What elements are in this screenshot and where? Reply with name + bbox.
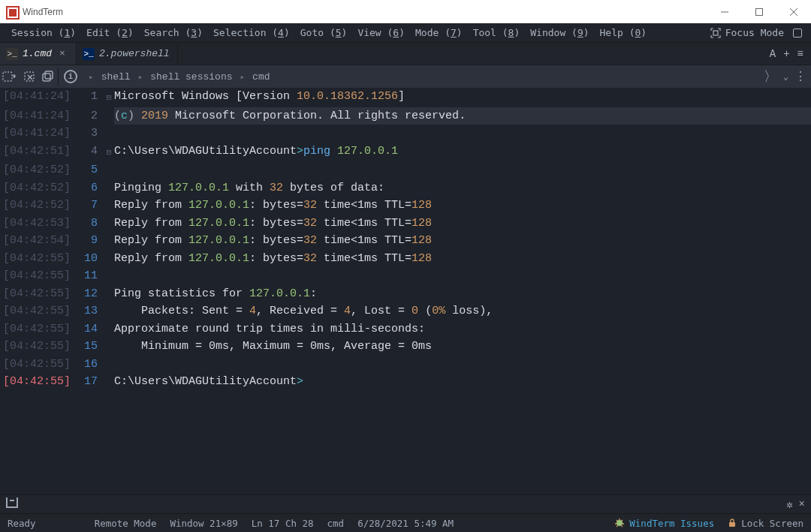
fold-gutter[interactable] <box>104 320 114 322</box>
app-logo-icon <box>6 6 18 18</box>
timestamp: [04:42:55] <box>0 356 74 374</box>
tab-powershell[interactable]: >_ 2.powershell <box>77 43 178 65</box>
timestamp: [04:42:55] <box>0 302 74 320</box>
svg-rect-0 <box>756 8 763 15</box>
timestamp: [04:42:54] <box>0 232 74 250</box>
tab-cmd[interactable]: >_ 1.cmd × <box>0 43 77 65</box>
line-number: 3 <box>74 125 104 143</box>
line-number: 7 <box>74 197 104 215</box>
menu-item[interactable]: Window (9) <box>525 27 594 38</box>
timestamp: [04:42:55] <box>0 267 74 285</box>
window-close-button[interactable] <box>776 0 811 23</box>
breadcrumb-item[interactable]: shell sessions <box>150 71 232 83</box>
menu-item[interactable]: Help (0) <box>595 27 653 38</box>
terminal-line: [04:42:52]7Reply from 127.0.0.1: bytes=3… <box>0 197 811 215</box>
window-maximize-button[interactable] <box>742 0 776 23</box>
line-number: 10 <box>74 250 104 268</box>
line-content: Reply from 127.0.0.1: bytes=32 time<1ms … <box>114 232 811 250</box>
timestamp: [04:42:52] <box>0 179 74 197</box>
panel-pin-icon[interactable] <box>6 497 18 508</box>
close-tab-button[interactable] <box>21 68 39 86</box>
terminal-line: [04:42:51]4⊟C:\Users\WDAGUtilityAccount>… <box>0 143 811 162</box>
breadcrumb-forward-button[interactable]: 〉 <box>764 68 777 86</box>
focus-mode-button[interactable]: Focus Mode <box>710 27 805 38</box>
menu-item[interactable]: Mode (7) <box>410 27 468 38</box>
svg-rect-4 <box>43 74 50 81</box>
fold-gutter[interactable] <box>104 107 114 109</box>
tab-close-button[interactable]: × <box>56 48 68 59</box>
status-bar: Ready Remote Mode Window 21×89 Ln 17 Ch … <box>0 514 811 532</box>
panel-settings-button[interactable]: ✲ <box>786 498 792 511</box>
status-datetime: 6/28/2021 5:49 AM <box>357 518 454 529</box>
line-content: Minimum = 0ms, Maximum = 0ms, Average = … <box>114 338 811 356</box>
menu-item[interactable]: Session (1) <box>6 27 81 38</box>
breadcrumb-item[interactable]: shell <box>101 71 131 83</box>
terminal-line: [04:41:24]2(c) 2019 Microsoft Corporatio… <box>0 107 811 125</box>
line-number: 4 <box>74 143 104 161</box>
menu-item[interactable]: Edit (2) <box>81 27 139 38</box>
fold-gutter[interactable]: ⊟ <box>104 88 114 107</box>
timestamp: [04:42:55] <box>0 285 74 303</box>
line-content: C:\Users\WDAGUtilityAccount>ping 127.0.0… <box>114 143 811 161</box>
panel-close-button[interactable]: × <box>799 498 805 510</box>
menu-item[interactable]: Goto (5) <box>295 27 353 38</box>
chevron-right-icon: ▸ <box>240 72 245 82</box>
fold-gutter[interactable] <box>104 373 114 374</box>
breadcrumb-item[interactable]: cmd <box>252 71 270 83</box>
fold-gutter[interactable] <box>104 197 114 198</box>
duplicate-tab-button[interactable] <box>41 68 59 86</box>
line-number: 8 <box>74 215 104 233</box>
status-shell-mode[interactable]: cmd <box>327 518 345 529</box>
focus-mode-checkbox-icon <box>793 29 802 38</box>
menu-item[interactable]: Tool (8) <box>468 27 526 38</box>
terminal-line: [04:42:52]5 <box>0 161 811 179</box>
fold-gutter[interactable] <box>104 356 114 357</box>
window-titlebar: WindTerm <box>0 0 811 23</box>
info-button[interactable]: i <box>62 68 80 86</box>
timestamp: [04:42:55] <box>0 250 74 268</box>
terminal-line: [04:41:24]1⊟Microsoft Windows [Version 1… <box>0 88 811 107</box>
status-remote-mode[interactable]: Remote Mode <box>95 518 157 529</box>
breadcrumb-more-button[interactable]: ⋮ <box>794 69 806 84</box>
fold-gutter[interactable] <box>104 250 114 251</box>
status-issues-link[interactable]: WindTerm Issues <box>614 518 714 529</box>
bug-icon <box>614 518 625 528</box>
status-ready: Ready <box>8 518 36 529</box>
status-cursor-position[interactable]: Ln 17 Ch 28 <box>252 518 314 529</box>
fold-gutter[interactable] <box>104 161 114 163</box>
menu-item[interactable]: View (6) <box>352 27 410 38</box>
timestamp: [04:42:55] <box>0 338 74 356</box>
fold-gutter[interactable]: ⊟ <box>104 143 114 162</box>
line-number: 16 <box>74 356 104 374</box>
menu-item[interactable]: Search (3) <box>139 27 208 38</box>
fold-gutter[interactable] <box>104 267 114 269</box>
new-tab-dropdown-button[interactable] <box>2 68 20 86</box>
menu-bar: Session (1)Edit (2)Search (3)Selection (… <box>0 23 811 43</box>
status-lock-screen[interactable]: Lock Screen <box>728 518 803 529</box>
line-content: Reply from 127.0.0.1: bytes=32 time<1ms … <box>114 250 811 268</box>
terminal-line: [04:42:55]12Ping statistics for 127.0.0.… <box>0 285 811 303</box>
tab-action-add[interactable]: + <box>783 48 789 60</box>
line-content: (c) 2019 Microsoft Corporation. All righ… <box>114 107 811 125</box>
line-content: Packets: Sent = 4, Received = 4, Lost = … <box>114 302 811 320</box>
breadcrumb-dropdown-button[interactable]: ⌄ <box>783 71 788 83</box>
fold-gutter[interactable] <box>104 302 114 304</box>
status-window-size[interactable]: Window 21×89 <box>170 518 237 529</box>
fold-gutter[interactable] <box>104 179 114 181</box>
fold-gutter[interactable] <box>104 215 114 216</box>
terminal-output[interactable]: [04:41:24]1⊟Microsoft Windows [Version 1… <box>0 88 811 494</box>
fold-gutter[interactable] <box>104 338 114 339</box>
focus-mode-icon <box>710 28 721 38</box>
terminal-line: [04:42:55]14Approximate round trip times… <box>0 320 811 338</box>
app-title: WindTerm <box>23 7 63 17</box>
tab-action-mode[interactable]: A <box>770 48 776 60</box>
fold-gutter[interactable] <box>104 285 114 287</box>
tab-action-menu[interactable]: ≡ <box>797 48 803 60</box>
timestamp: [04:41:24] <box>0 107 74 125</box>
menu-item[interactable]: Selection (4) <box>208 27 295 38</box>
cmd-icon: >_ <box>6 48 18 60</box>
fold-gutter[interactable] <box>104 232 114 233</box>
terminal-line: [04:42:52]6Pinging 127.0.0.1 with 32 byt… <box>0 179 811 197</box>
fold-gutter[interactable] <box>104 125 114 126</box>
window-minimize-button[interactable] <box>707 0 742 23</box>
